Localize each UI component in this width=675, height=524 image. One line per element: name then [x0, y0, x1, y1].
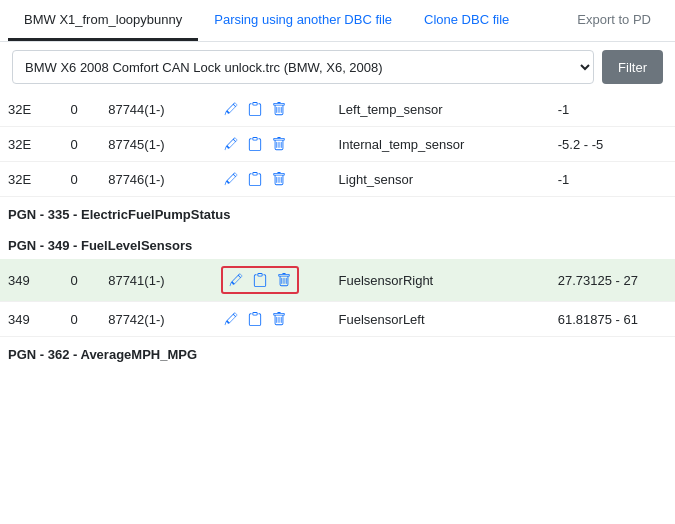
file-select[interactable]: BMW X6 2008 Comfort CAN Lock unlock.trc … [12, 50, 594, 84]
icon-group [221, 169, 323, 189]
row-num1: 0 [63, 162, 101, 197]
edit-icon[interactable] [221, 134, 241, 154]
row-num2: 87746(1-) [100, 162, 213, 197]
filter-button[interactable]: Filter [602, 50, 663, 84]
row-value: 27.73125 - 27 [550, 259, 675, 302]
edit-icon[interactable] [221, 99, 241, 119]
row-id: 349 [0, 302, 63, 337]
copy-icon[interactable] [245, 169, 265, 189]
row-num1: 0 [63, 259, 101, 302]
section-header-row: PGN - 335 - ElectricFuelPumpStatus [0, 197, 675, 229]
section-title: PGN - 362 - AverageMPH_MPG [0, 337, 675, 369]
tab-parsing[interactable]: Parsing using another DBC file [198, 0, 408, 41]
row-icons [213, 162, 331, 197]
row-num2: 87745(1-) [100, 127, 213, 162]
tab-clone[interactable]: Clone DBC file [408, 0, 525, 41]
table-row: 32E 0 87745(1-) Internal_temp_sensor -5.… [0, 127, 675, 162]
row-value: 61.81875 - 61 [550, 302, 675, 337]
section-header-row: PGN - 349 - FuelLevelSensors [0, 228, 675, 259]
row-name: Left_temp_sensor [331, 92, 550, 127]
icon-group [221, 134, 323, 154]
row-icons [213, 92, 331, 127]
row-num1: 0 [63, 127, 101, 162]
row-value: -1 [550, 92, 675, 127]
delete-icon[interactable] [274, 270, 294, 290]
row-value: -5.2 - -5 [550, 127, 675, 162]
copy-icon[interactable] [245, 309, 265, 329]
edit-icon[interactable] [226, 270, 246, 290]
row-value: -1 [550, 162, 675, 197]
table-row: 349 0 87742(1-) FuelsensorLeft 61.81875 … [0, 302, 675, 337]
section-title: PGN - 335 - ElectricFuelPumpStatus [0, 197, 675, 229]
row-icons [213, 259, 331, 302]
row-name: FuelsensorRight [331, 259, 550, 302]
data-table: 32E 0 87744(1-) Left_temp_sensor -1 32E … [0, 92, 675, 368]
table-scroll[interactable]: 32E 0 87744(1-) Left_temp_sensor -1 32E … [0, 92, 675, 524]
edit-icon[interactable] [221, 309, 241, 329]
copy-icon[interactable] [250, 270, 270, 290]
delete-icon[interactable] [269, 99, 289, 119]
section-title: PGN - 349 - FuelLevelSensors [0, 228, 675, 259]
row-icons [213, 302, 331, 337]
table-row: 349 0 87741(1-) FuelsensorRight 27.73125… [0, 259, 675, 302]
row-name: Light_sensor [331, 162, 550, 197]
delete-icon[interactable] [269, 134, 289, 154]
row-name: Internal_temp_sensor [331, 127, 550, 162]
icon-group-highlighted [221, 266, 299, 294]
icon-group [221, 99, 323, 119]
icon-group [221, 309, 323, 329]
section-header-row: PGN - 362 - AverageMPH_MPG [0, 337, 675, 369]
row-num2: 87742(1-) [100, 302, 213, 337]
row-id: 32E [0, 127, 63, 162]
tab-bar: BMW X1_from_loopybunny Parsing using ano… [0, 0, 675, 42]
tab-bmw[interactable]: BMW X1_from_loopybunny [8, 0, 198, 41]
row-num2: 87744(1-) [100, 92, 213, 127]
row-id: 32E [0, 92, 63, 127]
row-id: 349 [0, 259, 63, 302]
tab-clone-label: Clone DBC file [424, 12, 509, 27]
tab-export[interactable]: Export to PD [561, 0, 667, 41]
row-id: 32E [0, 162, 63, 197]
row-name: FuelsensorLeft [331, 302, 550, 337]
delete-icon[interactable] [269, 169, 289, 189]
tab-bmw-label: BMW X1_from_loopybunny [24, 12, 182, 27]
row-num1: 0 [63, 302, 101, 337]
row-num2: 87741(1-) [100, 259, 213, 302]
tab-export-label: Export to PD [577, 12, 651, 27]
table-area: 32E 0 87744(1-) Left_temp_sensor -1 32E … [0, 92, 675, 524]
delete-icon[interactable] [269, 309, 289, 329]
table-row: 32E 0 87746(1-) Light_sensor -1 [0, 162, 675, 197]
edit-icon[interactable] [221, 169, 241, 189]
row-num1: 0 [63, 92, 101, 127]
copy-icon[interactable] [245, 134, 265, 154]
table-row: 32E 0 87744(1-) Left_temp_sensor -1 [0, 92, 675, 127]
copy-icon[interactable] [245, 99, 265, 119]
row-icons [213, 127, 331, 162]
toolbar: BMW X6 2008 Comfort CAN Lock unlock.trc … [0, 42, 675, 92]
tab-parsing-label: Parsing using another DBC file [214, 12, 392, 27]
